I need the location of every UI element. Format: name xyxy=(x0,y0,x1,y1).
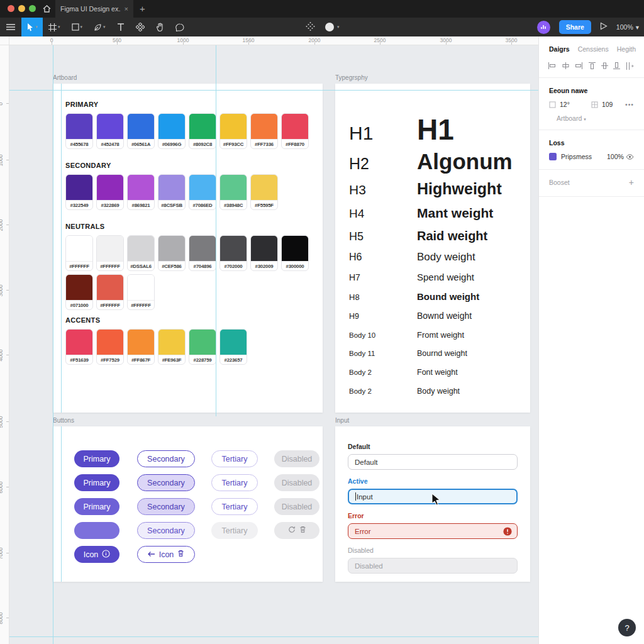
move-tool-button[interactable]: ▾ xyxy=(21,18,43,36)
color-swatch[interactable]: #071000 xyxy=(65,274,93,310)
tab-design[interactable]: Daigrs xyxy=(549,45,570,53)
trash-icon[interactable] xyxy=(299,526,306,535)
color-swatch[interactable]: #223657 xyxy=(219,329,247,365)
color-swatch[interactable]: #FF7529 xyxy=(96,329,124,365)
comment-icon[interactable] xyxy=(170,18,190,36)
align-top-icon[interactable] xyxy=(589,62,596,70)
color-swatch[interactable]: #455678 xyxy=(65,113,93,149)
tertiary-button[interactable]: Tertiary xyxy=(211,522,258,539)
tab-inspect[interactable]: Hegith xyxy=(617,45,636,53)
help-button[interactable]: ? xyxy=(618,619,636,636)
secondary-button[interactable]: Secondary xyxy=(137,450,195,467)
color-swatch[interactable]: #FFFFFF xyxy=(96,235,124,271)
color-swatch[interactable]: #FFFFFF xyxy=(65,235,93,271)
avatar[interactable] xyxy=(537,21,550,34)
color-swatch[interactable]: #702000 xyxy=(219,235,247,271)
color-swatch[interactable]: #FF7336 xyxy=(250,113,278,149)
fill-color-selector[interactable]: ▾ xyxy=(325,23,340,31)
fill-opacity-value[interactable]: 100% xyxy=(607,153,624,160)
color-swatch[interactable]: #FFFFFF xyxy=(127,274,155,310)
add-export-icon[interactable]: + xyxy=(629,177,634,187)
fill-color-swatch[interactable] xyxy=(549,153,557,160)
typography-row[interactable]: H9Bownd weight xyxy=(349,311,524,330)
color-swatch[interactable]: #322549 xyxy=(65,174,93,210)
color-swatch[interactable]: #F5595F xyxy=(250,174,278,210)
color-swatch[interactable]: #FF93CC xyxy=(219,113,247,149)
document-tab[interactable]: Figma UI Design ex... × xyxy=(55,0,133,18)
guide-vertical[interactable] xyxy=(216,45,216,416)
tidy-up-icon[interactable] xyxy=(626,62,635,70)
color-swatch[interactable]: #704896 xyxy=(189,235,216,271)
align-left-icon[interactable] xyxy=(548,62,556,69)
pill-button[interactable] xyxy=(74,522,119,539)
hand-tool-button[interactable] xyxy=(150,18,170,36)
text-tool-button[interactable] xyxy=(111,18,130,36)
guide-horizontal[interactable] xyxy=(9,636,538,637)
eye-icon[interactable] xyxy=(626,154,634,160)
color-swatch[interactable]: #CEF586 xyxy=(158,235,186,271)
typography-row[interactable]: Body 11Bournd weight xyxy=(349,349,524,368)
canvas[interactable]: Artboard PRIMARY#455678#452478#06561A#06… xyxy=(9,45,538,644)
secondary-button[interactable]: Secondary xyxy=(137,498,195,515)
share-button[interactable]: Share xyxy=(559,20,591,34)
frame-label[interactable]: Typegrsphy xyxy=(335,74,368,81)
color-swatch[interactable]: #F51639 xyxy=(65,329,93,365)
icon-button[interactable]: Icon xyxy=(137,546,195,563)
guide-vertical[interactable] xyxy=(61,84,62,413)
guide-horizontal[interactable] xyxy=(9,90,538,91)
typography-row[interactable]: H2Algonum xyxy=(349,149,524,180)
zoom-level-dropdown[interactable]: 100% ▾ xyxy=(616,23,639,31)
align-right-icon[interactable] xyxy=(575,62,583,69)
frame-tool-button[interactable]: ▾ xyxy=(43,18,66,36)
color-swatch[interactable]: #300000 xyxy=(281,235,309,271)
frame-artboard[interactable]: Artboard PRIMARY#455678#452478#06561A#06… xyxy=(53,84,323,413)
component-grid-icon[interactable] xyxy=(306,21,315,33)
color-swatch[interactable]: #302009 xyxy=(250,235,278,271)
tertiary-button[interactable]: Tertiary xyxy=(211,498,258,515)
text-input[interactable]: Default xyxy=(348,454,518,470)
home-icon[interactable] xyxy=(39,3,54,15)
guide-vertical[interactable] xyxy=(53,45,53,644)
color-swatch[interactable]: #DSSAL6 xyxy=(127,235,155,271)
align-bottom-icon[interactable] xyxy=(613,62,620,70)
primary-button[interactable]: Primary xyxy=(74,498,119,515)
color-swatch[interactable]: #06561A xyxy=(127,113,155,149)
disabled-button[interactable]: Disabled xyxy=(274,474,319,491)
text-input[interactable]: Disabled xyxy=(348,558,518,574)
main-menu-icon[interactable] xyxy=(0,18,21,36)
align-h-center-icon[interactable] xyxy=(562,62,570,69)
typography-row[interactable]: H4Mant weight xyxy=(349,206,524,229)
frame-typography[interactable]: Typegrsphy H1H1H2AlgonumH3HighweightH4Ma… xyxy=(335,84,530,413)
typography-row[interactable]: H3Highweight xyxy=(349,180,524,206)
pill-button[interactable] xyxy=(274,522,319,539)
color-swatch[interactable]: #322869 xyxy=(96,174,124,210)
frame-buttons[interactable]: Buttons PrimarySecondaryTertiaryDisabled… xyxy=(53,426,323,582)
color-swatch[interactable]: #869821 xyxy=(127,174,155,210)
guide-vertical[interactable] xyxy=(61,426,62,582)
frame-preset-dropdown[interactable]: Artboard ▾ xyxy=(539,113,644,130)
typography-row[interactable]: Body 2Font weight xyxy=(349,368,524,387)
icon-button[interactable]: Icon xyxy=(74,546,119,563)
typography-row[interactable]: H1H1 xyxy=(349,113,524,149)
color-swatch[interactable]: #452478 xyxy=(96,113,124,149)
color-swatch[interactable]: #06996G xyxy=(158,113,186,149)
color-swatch[interactable]: #8CSFSB xyxy=(158,174,186,210)
disabled-button[interactable]: Disabled xyxy=(274,498,319,515)
present-icon[interactable] xyxy=(600,21,608,33)
close-window-button[interactable] xyxy=(8,5,14,12)
typography-row[interactable]: Body 2Body weight xyxy=(349,387,524,406)
typography-row[interactable]: H5Raid weight xyxy=(349,229,524,251)
y-position-value[interactable]: 109 xyxy=(602,101,613,108)
color-swatch[interactable]: #FFFFFF xyxy=(96,274,124,310)
components-icon[interactable] xyxy=(130,18,150,36)
primary-button[interactable]: Primary xyxy=(74,450,119,467)
close-tab-icon[interactable]: × xyxy=(125,5,128,13)
color-swatch[interactable]: #38948C xyxy=(219,174,247,210)
tertiary-button[interactable]: Tertiary xyxy=(211,450,258,467)
align-v-center-icon[interactable] xyxy=(601,62,608,70)
tertiary-button[interactable]: Tertiary xyxy=(211,474,258,491)
color-swatch[interactable]: #7086ED xyxy=(189,174,216,210)
pen-tool-button[interactable]: ▾ xyxy=(88,18,111,36)
typography-row[interactable]: Body 10Fromt weight xyxy=(349,330,524,349)
fill-row[interactable]: Pripsmess 100% xyxy=(539,152,644,170)
